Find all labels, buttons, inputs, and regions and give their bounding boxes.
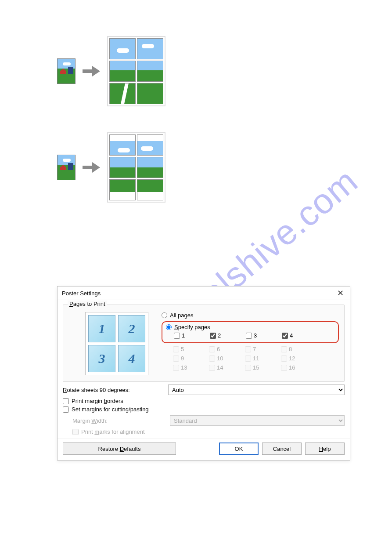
- dialog-title: Poster Settings: [62, 290, 101, 297]
- print-marks-check: [72, 429, 79, 435]
- poster-grid-2x3-border: [107, 132, 165, 203]
- cancel-button[interactable]: Cancel: [262, 443, 302, 455]
- page-check-12: 12: [281, 355, 313, 362]
- page-check-14: 14: [209, 364, 241, 371]
- specify-pages-highlight: Specify pages 1 2 3 4: [162, 321, 339, 343]
- margin-width-select: Standard: [170, 415, 345, 426]
- poster-settings-dialog: Poster Settings ✕ Pages to Print 1 2 3 4…: [57, 286, 350, 461]
- page-preview-grid: 1 2 3 4: [85, 312, 148, 375]
- pages-to-print-group: Pages to Print 1 2 3 4 All pages Specify…: [63, 305, 345, 382]
- page-check-13: 13: [173, 364, 205, 371]
- page-check-6: 6: [209, 346, 241, 352]
- set-margins-cutting-check[interactable]: [63, 406, 69, 413]
- page-selection-panel: All pages Specify pages 1 2 3 4 5: [162, 312, 339, 371]
- source-thumbnail: [57, 58, 76, 84]
- preview-cell-3: 3: [88, 345, 115, 372]
- close-icon[interactable]: ✕: [335, 289, 345, 297]
- print-marks-label: Print marks for alignment: [81, 428, 145, 435]
- page-check-15: 15: [245, 364, 277, 371]
- radio-specify-pages[interactable]: [166, 324, 172, 330]
- set-margins-cutting-label: Set margins for cutting/pasting: [72, 406, 149, 413]
- preview-cell-2: 2: [118, 315, 145, 342]
- pages-to-print-label: Pages to Print: [68, 301, 107, 307]
- ok-button[interactable]: OK: [219, 443, 259, 455]
- page-check-8: 8: [281, 346, 313, 352]
- page-check-5: 5: [173, 346, 205, 352]
- margin-width-label: Margin Width:: [72, 417, 165, 424]
- print-margin-borders-check[interactable]: [63, 398, 69, 404]
- radio-all-pages[interactable]: [162, 312, 167, 318]
- page-check-11: 11: [245, 355, 277, 362]
- preview-cell-1: 1: [88, 315, 115, 342]
- radio-all-pages-label: All pages: [170, 312, 193, 319]
- page-check-3[interactable]: 3: [246, 332, 277, 339]
- rotate-sheets-select[interactable]: Auto: [168, 385, 345, 395]
- dialog-titlebar: Poster Settings ✕: [58, 287, 350, 300]
- page-check-4[interactable]: 4: [282, 332, 313, 339]
- diagram-border-on: [57, 132, 165, 203]
- page-check-9: 9: [173, 355, 205, 362]
- rotate-sheets-label: Rotate sheets 90 degrees:: [63, 387, 164, 393]
- print-margin-borders-label: Print margin borders: [72, 398, 123, 404]
- source-thumbnail: [57, 155, 76, 180]
- page-check-7: 7: [245, 346, 277, 352]
- page-check-2[interactable]: 2: [210, 332, 241, 339]
- arrow-icon: [83, 66, 100, 76]
- radio-specify-pages-label: Specify pages: [174, 324, 210, 330]
- preview-cell-4: 4: [118, 345, 145, 372]
- restore-defaults-button[interactable]: Restore Defaults: [63, 443, 176, 455]
- arrow-icon: [83, 162, 100, 173]
- page-check-16: 16: [281, 364, 313, 371]
- poster-grid-2x3-noborder: [107, 36, 165, 106]
- page-check-10: 10: [209, 355, 241, 362]
- page-check-1[interactable]: 1: [174, 332, 205, 339]
- diagram-border-off: [57, 36, 165, 106]
- help-button[interactable]: Help: [305, 443, 345, 455]
